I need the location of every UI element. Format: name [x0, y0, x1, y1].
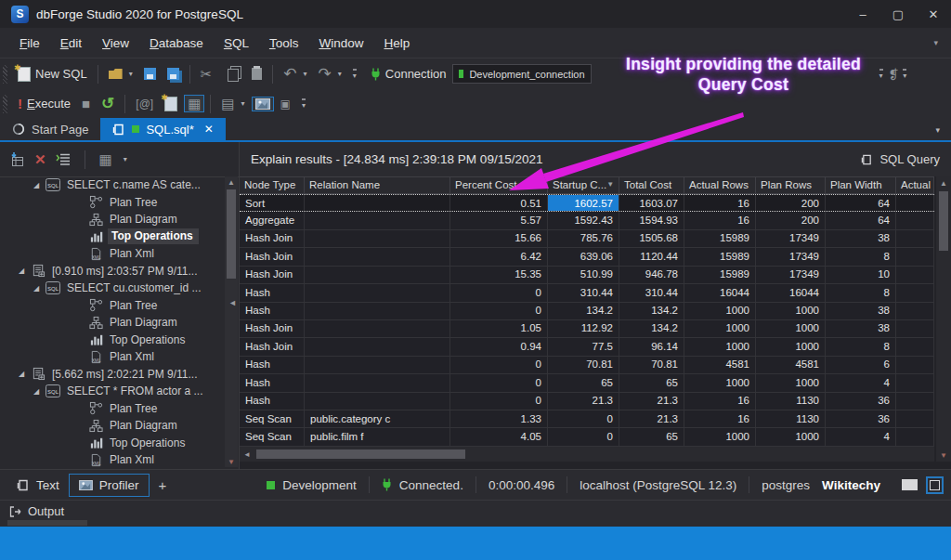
cell-plan-rows[interactable]: 17349	[756, 248, 826, 265]
cell-node-type[interactable]: Hash Join	[240, 230, 305, 247]
cell-startup-c[interactable]: 0	[548, 410, 619, 427]
profiler-toggle-button[interactable]	[252, 97, 274, 111]
column-header-plan-rows[interactable]: Plan Rows	[756, 177, 826, 193]
cell-plan-width[interactable]: 36	[826, 393, 896, 410]
attach-script-button[interactable]	[160, 94, 182, 114]
cell-startup-c[interactable]: 112.92	[548, 320, 619, 337]
cell-node-type[interactable]: Hash Join	[240, 320, 305, 337]
tree-item-top-operations[interactable]: Top Operations	[0, 332, 224, 349]
tab-text[interactable]: Text	[7, 475, 69, 496]
cell-node-type[interactable]: Hash	[240, 284, 305, 301]
cell-relation-name[interactable]	[305, 303, 450, 319]
cell-node-type[interactable]: Hash	[240, 303, 305, 319]
grid-vertical-scrollbar[interactable]: ▲ ▼	[936, 176, 951, 462]
explain-plan-button[interactable]: ▦	[184, 95, 204, 112]
cell-relation-name[interactable]	[305, 357, 450, 373]
cell-node-type[interactable]: Hash	[240, 374, 305, 391]
cell-node-type[interactable]: Seq Scan	[240, 410, 305, 427]
cell-plan-rows[interactable]: 200	[756, 212, 826, 228]
tree-scroll-down-icon[interactable]: ▼	[225, 456, 238, 467]
cell-plan-rows[interactable]: 1130	[756, 393, 826, 410]
cell-plan-rows[interactable]: 1000	[756, 338, 826, 355]
cell-actual-rows[interactable]: 16	[684, 410, 756, 427]
expander-icon[interactable]: ◢	[32, 387, 41, 396]
cell-plan-width[interactable]: 8	[826, 338, 896, 355]
toolbar-overflow3-icon[interactable]: ▾	[903, 69, 906, 80]
cell-actual-sta[interactable]	[896, 393, 934, 410]
grid-horizontal-scrollbar[interactable]: ◄	[240, 447, 934, 462]
column-header-percent-cost[interactable]: Percent Cost	[450, 177, 548, 193]
cell-total-cost[interactable]: 946.78	[619, 267, 684, 283]
tree-item-plan-xml[interactable]: XMLPlan Xml	[0, 451, 224, 469]
cell-plan-rows[interactable]: 1000	[756, 428, 826, 445]
save-all-button[interactable]	[163, 65, 184, 83]
cell-actual-sta[interactable]	[896, 338, 934, 355]
cell-plan-rows[interactable]: 1130	[756, 410, 826, 427]
cell-startup-c[interactable]: 65	[548, 374, 619, 391]
grid-row-5[interactable]: Hash0310.44310.4416044160448	[240, 284, 934, 302]
vscroll-down-icon[interactable]: ▼	[936, 449, 951, 462]
toolbar-overflow-icon[interactable]: ▾	[353, 69, 357, 80]
connection-select[interactable]: Development_connection	[452, 64, 592, 84]
cell-node-type[interactable]: Hash	[240, 357, 305, 373]
cell-plan-width[interactable]: 8	[826, 284, 896, 301]
cell-actual-sta[interactable]	[896, 320, 934, 337]
open-file-button[interactable]: ▾	[104, 66, 137, 82]
execute-overflow-icon[interactable]: ▾	[302, 98, 306, 110]
cell-node-type[interactable]: Hash Join	[240, 248, 305, 265]
tree-item-select-c-name-as-cate[interactable]: ◢SQLSELECT c.name AS cate...	[0, 176, 224, 194]
cell-node-type[interactable]: Aggregate	[240, 212, 305, 228]
cell-relation-name[interactable]	[305, 248, 450, 265]
hscroll-thumb[interactable]	[256, 449, 465, 459]
expander-icon[interactable]: ◢	[32, 284, 41, 293]
save-profiling-result-icon[interactable]	[9, 152, 25, 167]
cell-total-cost[interactable]: 70.81	[619, 357, 684, 373]
cell-actual-sta[interactable]	[896, 284, 934, 301]
cell-percent-cost[interactable]: 0	[450, 357, 548, 373]
column-header-startup-c[interactable]: Startup C...▼	[548, 177, 619, 193]
menu-item-window[interactable]: Window	[308, 32, 373, 55]
cell-node-type[interactable]: Seq Scan	[240, 428, 305, 445]
status-user[interactable]: postgres	[749, 478, 822, 492]
menu-item-database[interactable]: Database	[139, 32, 214, 55]
tab-sql-document[interactable]: SQL.sql* ✕	[100, 118, 225, 140]
cell-percent-cost[interactable]: 6.42	[450, 248, 548, 265]
cell-plan-width[interactable]: 4	[826, 374, 896, 391]
status-connection[interactable]: Connected.	[370, 478, 476, 492]
column-header-actual-rows[interactable]: Actual Rows	[684, 177, 756, 193]
cell-percent-cost[interactable]: 0	[450, 374, 548, 391]
menu-item-file[interactable]: File	[9, 32, 50, 55]
column-header-node-type[interactable]: Node Type	[240, 177, 305, 193]
cell-total-cost[interactable]: 134.2	[619, 320, 684, 337]
cell-startup-c[interactable]: 510.99	[548, 267, 619, 283]
vscroll-thumb[interactable]	[939, 191, 948, 251]
cell-plan-rows[interactable]: 17349	[756, 230, 826, 247]
cell-relation-name[interactable]	[305, 374, 450, 391]
grid-row-3[interactable]: Hash Join6.42639.061120.4415989173498	[240, 248, 934, 266]
stop-button[interactable]: ■	[77, 94, 95, 113]
data-editor-icon[interactable]: ❡	[889, 68, 900, 81]
cell-relation-name[interactable]	[305, 230, 450, 247]
clear-list-icon[interactable]	[56, 152, 71, 166]
minimize-button[interactable]: –	[845, 0, 880, 28]
expander-icon[interactable]: ◢	[17, 370, 26, 378]
toolbar-grip2[interactable]	[3, 95, 7, 113]
grid-row-11[interactable]: Hash021.321.316113036	[240, 393, 934, 410]
grid-row-12[interactable]: Seq Scanpublic.category c1.33021.3161130…	[240, 410, 934, 428]
grid-row-10[interactable]: Hash06565100010004	[240, 374, 934, 392]
cell-startup-c[interactable]: 785.76	[548, 230, 619, 247]
grid-row-8[interactable]: Hash Join0.9477.596.14100010008	[240, 338, 934, 356]
cell-relation-name[interactable]	[305, 320, 450, 337]
parameters-button[interactable]: [@]	[131, 95, 158, 113]
cell-actual-sta[interactable]	[896, 428, 934, 445]
tree-item-plan-diagram[interactable]: Plan Diagram	[0, 417, 224, 435]
cell-relation-name[interactable]	[305, 338, 450, 355]
splitter-collapse-icon[interactable]: ◄	[228, 298, 237, 307]
tree-item-plan-diagram[interactable]: Plan Diagram	[0, 314, 224, 332]
column-header-total-cost[interactable]: Total Cost	[619, 177, 684, 193]
cell-percent-cost[interactable]: 0.94	[450, 338, 548, 355]
cell-actual-rows[interactable]: 1000	[684, 303, 756, 319]
hscroll-left-icon[interactable]: ◄	[240, 450, 254, 459]
layout-button[interactable]: ▤▾	[216, 94, 249, 113]
tab-close-icon[interactable]: ✕	[204, 123, 214, 136]
